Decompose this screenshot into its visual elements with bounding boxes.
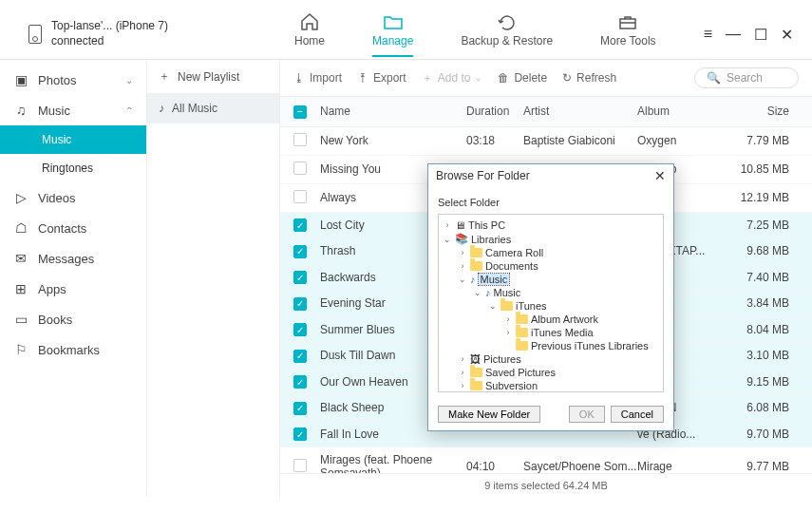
make-new-folder-button[interactable]: Make New Folder [438, 406, 540, 423]
sidebar-item-books[interactable]: ▭Books [0, 304, 146, 334]
sidebar-item-apps[interactable]: ⊞Apps [0, 274, 146, 304]
row-checkbox[interactable]: ✓ [293, 271, 307, 284]
row-checkbox[interactable]: ✓ [293, 402, 307, 415]
export-button[interactable]: ⭱Export [357, 71, 406, 85]
music-note-icon: ♪ [159, 102, 164, 115]
row-checkbox[interactable]: ✓ [293, 428, 307, 441]
device-info[interactable]: Top-lanse'... (iPhone 7) connected [28, 19, 266, 48]
col-artist[interactable]: Artist [523, 104, 637, 118]
tree-itunes-media[interactable]: ›iTunes Media [441, 326, 661, 339]
sidebar-item-photos[interactable]: ▣Photos⌄ [0, 65, 146, 95]
import-button[interactable]: ⭳Import [293, 71, 342, 85]
chevron-down-icon: ⌄ [125, 75, 133, 86]
sidebar-sub-music[interactable]: Music [0, 125, 146, 154]
tree-prev-itunes[interactable]: Previous iTunes Libraries [441, 339, 661, 352]
sidebar-item-music[interactable]: ♫Music⌃ [0, 95, 146, 125]
cell-size: 3.84 MB [732, 296, 799, 310]
folder-icon [516, 314, 528, 324]
col-duration[interactable]: Duration [466, 104, 523, 118]
cancel-button[interactable]: Cancel [611, 406, 664, 423]
table-row[interactable]: New York03:18Baptiste GiabiconiOxygen7.7… [280, 127, 812, 156]
col-album[interactable]: Album [637, 104, 732, 118]
row-checkbox[interactable]: ✓ [293, 350, 307, 363]
header: Top-lanse'... (iPhone 7) connected Home … [0, 0, 812, 59]
menu-icon[interactable]: ≡ [704, 26, 712, 43]
search-input[interactable]: 🔍Search [694, 67, 799, 88]
sidebar-item-contacts[interactable]: ☖Contacts [0, 213, 146, 243]
tree-album-artwork[interactable]: ›Album Artwork [441, 313, 661, 326]
search-icon: 🔍 [707, 71, 721, 85]
cell-size: 3.10 MB [732, 349, 799, 362]
phone-icon [28, 25, 42, 44]
row-checkbox[interactable]: ✓ [293, 323, 307, 336]
pc-icon: 🖥 [455, 219, 465, 231]
row-checkbox[interactable] [293, 459, 307, 472]
table-header: − Name Duration Artist Album Size [280, 97, 812, 127]
add-to-button[interactable]: ＋Add to⌄ [422, 70, 483, 86]
tree-subversion[interactable]: ›Subversion [441, 379, 661, 392]
delete-button[interactable]: 🗑Delete [498, 71, 547, 85]
music-note-icon: ♪ [485, 287, 491, 298]
refresh-icon: ↻ [562, 71, 572, 85]
pictures-icon: 🖼 [470, 353, 481, 365]
col-name[interactable]: Name [320, 104, 466, 118]
row-checkbox[interactable]: ✓ [293, 375, 307, 389]
row-checkbox[interactable]: ✓ [293, 297, 307, 311]
tree-documents[interactable]: ›Documents [441, 259, 661, 273]
folder-icon [383, 12, 404, 31]
select-all-checkbox[interactable]: − [293, 105, 307, 119]
tree-music-2[interactable]: ⌄♪Music [441, 286, 661, 299]
dialog-titlebar: Browse For Folder ✕ [428, 164, 673, 187]
tab-backup[interactable]: Backup & Restore [461, 12, 553, 57]
tree-itunes[interactable]: ⌄iTunes [441, 299, 661, 313]
cell-size: 7.40 MB [732, 271, 799, 284]
row-checkbox[interactable] [293, 162, 307, 175]
browse-folder-dialog: Browse For Folder ✕ Select Folder ›🖥This… [427, 163, 674, 431]
row-checkbox[interactable] [293, 133, 307, 146]
minimize-icon[interactable]: — [726, 26, 741, 43]
main-area: ▣Photos⌄ ♫Music⌃ Music Ringtones ▷Videos… [0, 60, 812, 497]
all-music-item[interactable]: ♪All Music [147, 93, 279, 124]
tree-libraries[interactable]: ⌄📚Libraries [441, 232, 661, 246]
sidebar-item-bookmarks[interactable]: ⚐Bookmarks [0, 334, 146, 365]
ok-button[interactable]: OK [569, 406, 605, 423]
sidebar-item-messages[interactable]: ✉Messages [0, 243, 146, 274]
row-checkbox[interactable] [293, 190, 307, 203]
cell-size: 12.19 MB [732, 191, 799, 204]
dialog-title: Browse For Folder [436, 169, 530, 182]
table-row[interactable]: Mirages (feat. Phoene Somsavath)04:10Say… [280, 447, 812, 473]
status-bar: 9 items selected 64.24 MB [280, 473, 812, 497]
messages-icon: ✉ [13, 251, 28, 266]
cell-duration: 03:18 [466, 134, 523, 147]
device-text: Top-lanse'... (iPhone 7) connected [51, 19, 168, 48]
tab-home[interactable]: Home [294, 12, 325, 57]
folder-tree[interactable]: ›🖥This PC ⌄📚Libraries ›Camera Roll ›Docu… [438, 214, 664, 392]
dialog-subtitle: Select Folder [438, 193, 664, 214]
row-checkbox[interactable]: ✓ [293, 245, 307, 258]
new-playlist-button[interactable]: ＋New Playlist [147, 60, 279, 93]
export-icon: ⭱ [357, 71, 368, 85]
backup-icon [497, 12, 518, 31]
toolbar: ⭳Import ⭱Export ＋Add to⌄ 🗑Delete ↻Refres… [280, 60, 812, 97]
folder-icon [516, 328, 528, 337]
folder-icon [470, 261, 482, 271]
col-size[interactable]: Size [732, 104, 799, 118]
sidebar-item-videos[interactable]: ▷Videos [0, 182, 146, 213]
sidebar-sub-ringtones[interactable]: Ringtones [0, 154, 146, 182]
chevron-up-icon: ⌃ [125, 105, 133, 116]
close-icon[interactable]: ✕ [781, 26, 793, 44]
tree-this-pc[interactable]: ›🖥This PC [441, 218, 661, 232]
tree-music[interactable]: ⌄♪Music [441, 273, 661, 286]
cell-name: New York [320, 134, 466, 147]
tab-manage[interactable]: Manage [372, 12, 413, 57]
playlist-column: ＋New Playlist ♪All Music [147, 60, 280, 497]
refresh-button[interactable]: ↻Refresh [562, 71, 616, 85]
dialog-close-icon[interactable]: ✕ [654, 168, 666, 183]
tree-pictures[interactable]: ›🖼Pictures [441, 352, 661, 366]
tree-camera-roll[interactable]: ›Camera Roll [441, 246, 661, 259]
tree-saved-pictures[interactable]: ›Saved Pictures [441, 366, 661, 379]
row-checkbox[interactable]: ✓ [293, 218, 307, 232]
maximize-icon[interactable]: ☐ [754, 26, 767, 44]
cell-size: 9.68 MB [732, 244, 799, 257]
tab-more-tools[interactable]: More Tools [600, 12, 655, 57]
